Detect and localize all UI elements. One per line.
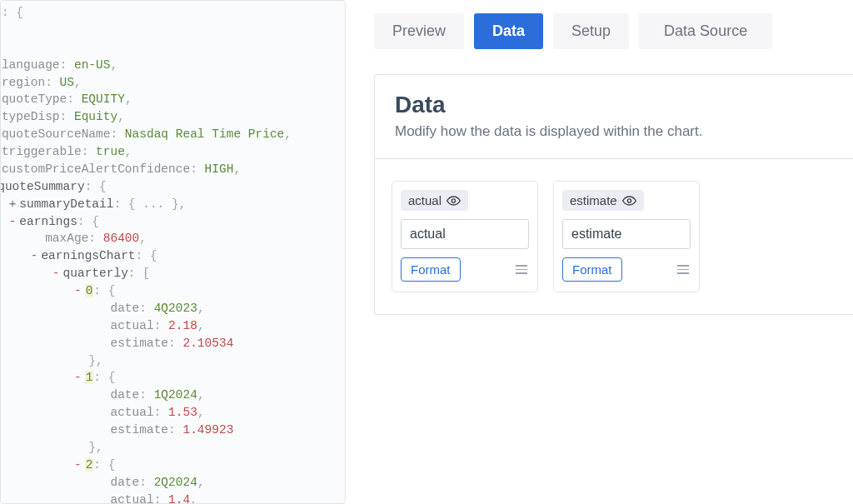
json-viewer-panel: esponse: { ult: [ 0: { language: en-US, … [0, 0, 346, 504]
chip-label: estimate [570, 193, 617, 207]
tab-setup[interactable]: Setup [553, 13, 629, 49]
card-subtitle: Modify how the data is displayed within … [395, 123, 833, 140]
field-input-estimate[interactable] [562, 219, 691, 249]
hamburger-icon[interactable] [676, 263, 691, 276]
collapse-icon[interactable]: - [74, 369, 82, 387]
expand-icon[interactable]: + [9, 196, 17, 213]
svg-point-1 [627, 198, 631, 202]
svg-point-0 [451, 198, 455, 202]
tab-data[interactable]: Data [474, 13, 543, 49]
format-button-actual[interactable]: Format [401, 257, 461, 282]
config-panel: Preview Data Setup Data Source Data Modi… [346, 0, 853, 504]
field-chip-actual[interactable]: actual [401, 190, 468, 211]
field-actual: actual Format [392, 181, 538, 292]
eye-icon [622, 196, 636, 206]
format-button-estimate[interactable]: Format [562, 257, 622, 282]
hamburger-icon[interactable] [514, 263, 529, 276]
collapse-icon[interactable]: - [74, 457, 82, 474]
tab-preview[interactable]: Preview [374, 13, 464, 49]
field-estimate: estimate Format [553, 181, 700, 292]
collapse-icon[interactable]: - [31, 247, 38, 265]
eye-icon [446, 196, 461, 206]
card-title: Data [395, 92, 833, 118]
json-tree[interactable]: esponse: { ult: [ 0: { language: en-US, … [0, 4, 345, 504]
chip-label: actual [408, 193, 441, 207]
tab-bar: Preview Data Setup Data Source [374, 0, 853, 49]
data-card: Data Modify how the data is displayed wi… [374, 74, 853, 315]
field-chip-estimate[interactable]: estimate [562, 190, 644, 211]
collapse-icon[interactable]: - [74, 282, 82, 300]
collapse-icon[interactable]: - [52, 265, 60, 282]
field-input-actual[interactable] [401, 219, 529, 249]
collapse-icon[interactable]: - [9, 213, 17, 231]
tab-data-source[interactable]: Data Source [639, 13, 772, 49]
